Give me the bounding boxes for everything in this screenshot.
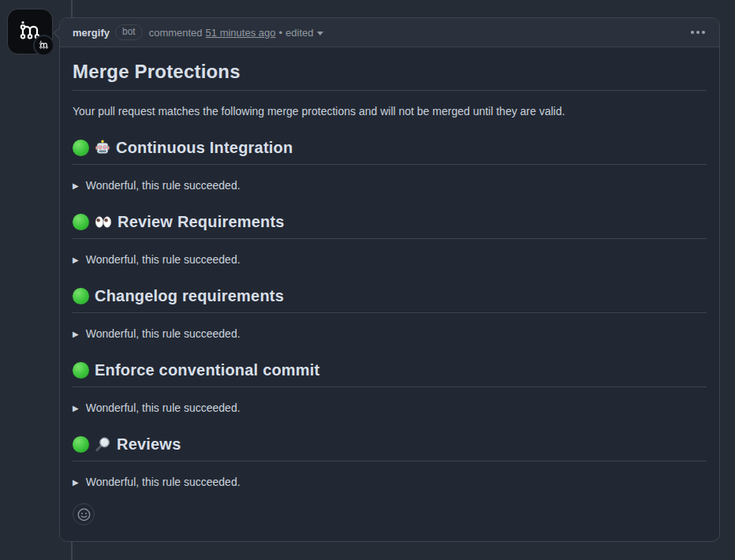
- rule-heading-continuous-integration: Continuous Integration: [73, 137, 707, 165]
- robot-emoji: [95, 140, 110, 155]
- rule-heading-enforce-conventional-commit: Enforce conventional commit: [73, 360, 707, 387]
- disclosure-triangle-icon: ▶: [73, 177, 79, 194]
- magnifying-glass-emoji: [95, 436, 111, 453]
- meta-separator: •: [278, 27, 282, 39]
- rule-status-text: Wonderful, this rule succeeded.: [86, 474, 241, 491]
- rule-status-text: Wonderful, this rule succeeded.: [86, 400, 241, 416]
- green-circle-emoji: [73, 436, 89, 453]
- rule-status-summary[interactable]: ▶ Wonderful, this rule succeeded.: [73, 400, 707, 416]
- rule-title-text: Continuous Integration: [116, 137, 293, 158]
- page-title: Merge Protections: [73, 60, 707, 91]
- rule-heading-changelog-requirements: Changelog requirements: [73, 286, 707, 313]
- bot-identity-badge: [33, 35, 54, 56]
- smiley-icon: [77, 508, 91, 521]
- rule-status-details: ▶ Wonderful, this rule succeeded.: [73, 177, 707, 194]
- timestamp-link[interactable]: 51 minutes ago: [206, 27, 276, 39]
- rule-status-text: Wonderful, this rule succeeded.: [86, 326, 241, 342]
- add-reaction-button[interactable]: [73, 503, 95, 525]
- rule-status-summary[interactable]: ▶ Wonderful, this rule succeeded.: [73, 474, 707, 491]
- chevron-down-icon: [317, 32, 323, 35]
- disclosure-triangle-icon: ▶: [73, 252, 79, 268]
- eyes-emoji: [95, 215, 112, 229]
- green-circle-emoji: [73, 362, 89, 379]
- rule-title-text: Enforce conventional commit: [95, 360, 319, 380]
- green-circle-emoji: [73, 214, 89, 230]
- disclosure-triangle-icon: ▶: [73, 326, 79, 342]
- disclosure-triangle-icon: ▶: [73, 400, 79, 416]
- comment-body: Merge Protections Your pull request matc…: [60, 47, 719, 538]
- comment-card: mergify bot commented 51 minutes ago • e…: [59, 17, 720, 542]
- rule-heading-review-requirements: Review Requirements: [73, 211, 707, 239]
- rule-title-text: Changelog requirements: [95, 286, 284, 306]
- rule-status-details: ▶ Wonderful, this rule succeeded.: [73, 326, 707, 342]
- rule-status-details: ▶ Wonderful, this rule succeeded.: [73, 252, 707, 268]
- rule-status-summary[interactable]: ▶ Wonderful, this rule succeeded.: [73, 177, 707, 194]
- green-circle-emoji: [73, 288, 89, 304]
- kebab-horizontal-icon[interactable]: [689, 26, 707, 39]
- rule-status-details: ▶ Wonderful, this rule succeeded.: [73, 474, 707, 491]
- action-label: commented: [149, 27, 203, 39]
- comment-header: mergify bot commented 51 minutes ago • e…: [60, 18, 719, 47]
- rule-status-summary[interactable]: ▶ Wonderful, this rule succeeded.: [73, 252, 707, 268]
- rule-title-text: Review Requirements: [118, 211, 285, 232]
- edited-label: edited: [285, 27, 313, 39]
- bot-badge: bot: [115, 24, 143, 39]
- rule-title-text: Reviews: [117, 434, 181, 454]
- mergify-logo-badge-icon: [38, 39, 50, 51]
- rule-heading-reviews: Reviews: [73, 434, 707, 461]
- rule-status-text: Wonderful, this rule succeeded.: [86, 252, 241, 268]
- author-login[interactable]: mergify: [73, 27, 110, 39]
- rule-status-summary[interactable]: ▶ Wonderful, this rule succeeded.: [73, 326, 707, 342]
- rule-status-details: ▶ Wonderful, this rule succeeded.: [73, 400, 707, 416]
- intro-text: Your pull request matches the following …: [73, 103, 707, 120]
- edited-dropdown[interactable]: edited: [285, 27, 323, 39]
- green-circle-emoji: [73, 140, 89, 156]
- disclosure-triangle-icon: ▶: [73, 474, 79, 491]
- rule-status-text: Wonderful, this rule succeeded.: [86, 177, 241, 194]
